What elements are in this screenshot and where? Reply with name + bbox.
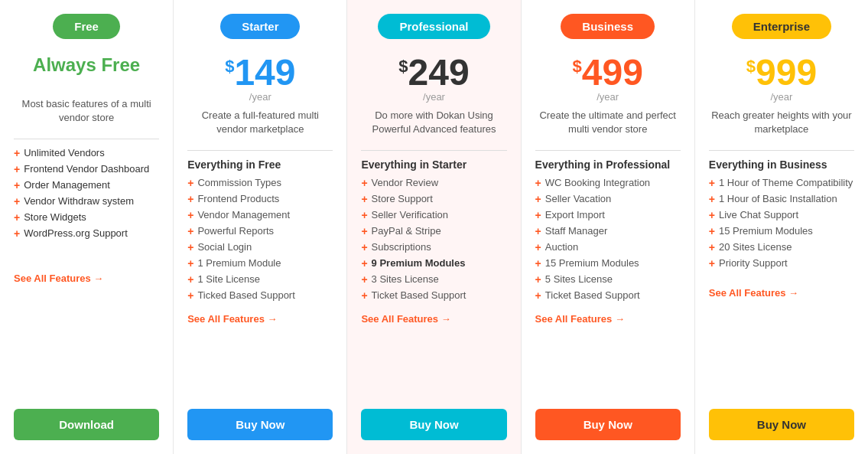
list-item: +Subscriptions — [361, 241, 506, 253]
cta-button-professional[interactable]: Buy Now — [361, 409, 506, 440]
feature-text: Subscriptions — [372, 241, 431, 253]
per-year-business: /year — [535, 91, 681, 103]
plan-col-starter: Starter$149/yearCreate a full-featured m… — [174, 0, 347, 454]
feature-text: 1 Hour of Basic Installation — [719, 193, 837, 204]
list-item: +Order Management — [14, 179, 159, 191]
list-item: +3 Sites License — [361, 273, 506, 286]
feature-text: Vendor Review — [372, 177, 438, 188]
list-item: +WC Booking Integration — [535, 177, 681, 189]
feature-text: Seller Vacation — [545, 193, 611, 204]
see-all-business[interactable]: See All Features → — [535, 313, 681, 325]
feature-text: PayPal & Stripe — [372, 225, 441, 237]
per-year-enterprise: /year — [709, 91, 854, 103]
list-item: +Ticked Based Support — [187, 289, 333, 302]
cta-button-starter[interactable]: Buy Now — [187, 409, 333, 440]
feature-text: 9 Premium Modules — [372, 257, 466, 269]
plus-icon: + — [14, 179, 20, 191]
plus-icon: + — [535, 273, 541, 286]
plus-icon: + — [14, 211, 20, 224]
feature-text: Live Chat Support — [719, 209, 798, 220]
list-item: +Ticket Based Support — [361, 289, 506, 302]
everything-label-business: Everything in Professional — [535, 158, 681, 171]
plus-icon: + — [361, 193, 367, 205]
plus-icon: + — [361, 177, 367, 189]
plus-icon: + — [14, 163, 20, 175]
feature-text: 15 Premium Modules — [545, 257, 639, 269]
plus-icon: + — [187, 289, 193, 302]
plus-icon: + — [14, 195, 20, 207]
badge-free: Free — [53, 14, 120, 39]
list-item: +Vendor Withdraw system — [14, 195, 159, 207]
pricing-table: FreeAlways FreeMost basic features of a … — [0, 0, 868, 454]
list-item: +1 Site License — [187, 273, 333, 286]
plus-icon: + — [535, 193, 541, 205]
plus-icon: + — [361, 257, 367, 269]
list-item: +1 Hour of Basic Installation — [709, 193, 854, 205]
list-item: +WordPress.org Support — [14, 227, 159, 240]
see-all-enterprise[interactable]: See All Features → — [709, 287, 854, 299]
list-item: +Export Import — [535, 209, 681, 221]
list-item: +5 Sites License — [535, 273, 681, 286]
feature-text: 1 Site License — [197, 273, 260, 285]
list-item: +20 Sites License — [709, 241, 854, 253]
list-item: +Social Login — [187, 241, 333, 253]
feature-text: Unlimited Vendors — [24, 147, 105, 158]
divider-professional — [361, 150, 506, 151]
plus-icon: + — [535, 209, 541, 221]
feature-text: Vendor Management — [197, 209, 290, 220]
plus-icon: + — [709, 177, 715, 189]
plus-icon: + — [361, 225, 367, 237]
feature-text: Ticket Based Support — [545, 289, 640, 301]
feature-list-starter: +Commission Types+Frontend Products+Vend… — [187, 177, 333, 305]
feature-text: Ticked Based Support — [197, 289, 294, 301]
plus-icon: + — [361, 241, 367, 253]
feature-text: Priority Support — [719, 257, 788, 269]
list-item: +Seller Vacation — [535, 193, 681, 205]
plus-icon: + — [709, 209, 715, 221]
badge-professional: Professional — [378, 14, 489, 39]
description-free: Most basic features of a multi vendor st… — [14, 97, 159, 125]
everything-label-enterprise: Everything in Business — [709, 158, 854, 171]
plus-icon: + — [14, 227, 20, 240]
list-item: +Seller Verification — [361, 209, 506, 221]
plus-icon: + — [187, 193, 193, 205]
list-item: +Vendor Management — [187, 209, 333, 221]
badge-starter: Starter — [220, 14, 300, 39]
feature-text: Seller Verification — [372, 209, 448, 220]
feature-list-enterprise: +1 Hour of Theme Compatibility+1 Hour of… — [709, 177, 854, 279]
per-year-starter: /year — [187, 91, 333, 103]
list-item: +Commission Types — [187, 177, 333, 189]
feature-text: Ticket Based Support — [372, 289, 467, 301]
feature-text: Store Support — [372, 193, 433, 204]
price-professional: $249 — [361, 54, 506, 91]
list-item: +15 Premium Modules — [535, 257, 681, 269]
cta-button-business[interactable]: Buy Now — [535, 409, 681, 440]
per-year-professional: /year — [361, 91, 506, 103]
price-enterprise: $999 — [709, 54, 854, 91]
see-all-free[interactable]: See All Features → — [14, 273, 159, 284]
see-all-starter[interactable]: See All Features → — [187, 313, 333, 325]
plus-icon: + — [535, 289, 541, 302]
plus-icon: + — [14, 147, 20, 159]
feature-text: 5 Sites License — [545, 273, 613, 285]
plan-col-enterprise: Enterprise$999/yearReach greater heights… — [695, 0, 868, 454]
feature-text: Vendor Withdraw system — [24, 195, 134, 207]
feature-text: WC Booking Integration — [545, 177, 650, 188]
divider-free — [14, 139, 159, 139]
description-starter: Create a full-featured multi vendor mark… — [187, 109, 333, 136]
plus-icon: + — [187, 241, 193, 253]
plus-icon: + — [361, 273, 367, 286]
feature-text: Export Import — [545, 209, 605, 220]
plus-icon: + — [535, 177, 541, 189]
plus-icon: + — [187, 273, 193, 286]
see-all-professional[interactable]: See All Features → — [361, 313, 506, 325]
list-item: +Unlimited Vendors — [14, 147, 159, 159]
feature-text: 3 Sites License — [372, 273, 439, 285]
feature-list-free: +Unlimited Vendors+Frontend Vendor Dashb… — [14, 147, 159, 264]
list-item: +Staff Manager — [535, 225, 681, 237]
feature-text: Staff Manager — [545, 225, 607, 237]
feature-text: Order Management — [24, 179, 110, 191]
plus-icon: + — [535, 257, 541, 269]
cta-button-free[interactable]: Download — [14, 409, 159, 440]
cta-button-enterprise[interactable]: Buy Now — [709, 409, 854, 440]
